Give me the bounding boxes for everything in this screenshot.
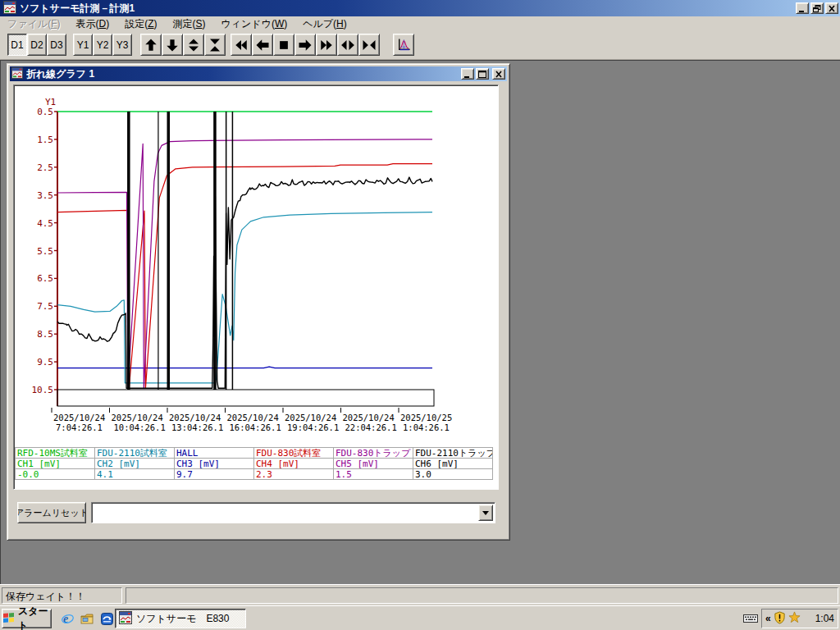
legend-column-ch6: FDU-2110トラップCH6 [mV]3.0 [413, 448, 493, 480]
star-icon[interactable] [788, 611, 801, 626]
legend-channel: CH6 [mV] [413, 459, 493, 469]
legend-channel: CH3 [mV] [175, 459, 254, 469]
trace-ch3 [57, 367, 432, 368]
svg-text:16:04:26.1: 16:04:26.1 [230, 422, 281, 432]
task-button-softthermo[interactable]: ソフトサーモ E830 [115, 609, 246, 628]
expand-vertical-button[interactable] [183, 34, 204, 56]
legend-value: -0.0 [16, 469, 95, 480]
legend-column-ch1: RFD-10MS試料室CH1 [mV]-0.0 [16, 448, 95, 480]
toolbar-button-D1[interactable]: D1 [7, 34, 27, 56]
channel-legend: RFD-10MS試料室CH1 [mV]-0.0FDU-2110試料室CH2 [m… [15, 447, 493, 480]
legend-channel: CH5 [mV] [334, 459, 413, 469]
toolbar-button-Y3[interactable]: Y3 [112, 34, 132, 56]
minimize-button[interactable] [796, 2, 809, 14]
expand-horizontal-button[interactable] [337, 34, 358, 56]
graph-window-title-bar[interactable]: 折れ線グラフ 1 [10, 66, 507, 81]
toolbar-button-D2[interactable]: D2 [27, 34, 47, 56]
collapse-horizontal-button[interactable] [358, 34, 380, 56]
skip-back-button[interactable] [231, 34, 252, 56]
menu-item-0[interactable]: ファイル(F) [2, 16, 66, 33]
start-button[interactable]: スタート [2, 609, 52, 628]
alarm-combo[interactable] [91, 502, 495, 523]
legend-column-ch2: FDU-2110試料室CH2 [mV]4.1 [95, 448, 175, 480]
menu-bar: ファイル(F)表示(D)設定(Z)測定(S)ウィンドウ(W)ヘルプ(H) [0, 16, 840, 31]
task-button-label: ソフトサーモ E830 [136, 612, 229, 626]
chart-settings-button[interactable] [393, 34, 414, 56]
down-arrow-icon [165, 38, 180, 52]
svg-text:2025/10/25: 2025/10/25 [400, 413, 452, 422]
legend-column-ch4: FDU-830試料室CH4 [mV]2.3 [254, 448, 334, 480]
status-secondary-panel [126, 587, 838, 604]
status-bar: 保存ウェイト！！ [0, 584, 840, 605]
trace-ch5 [57, 139, 432, 389]
status-message: 保存ウェイト！！ [6, 591, 85, 602]
step-left-button[interactable] [252, 34, 273, 56]
menu-item-3[interactable]: 測定(S) [167, 16, 211, 33]
restore-button[interactable] [810, 2, 824, 14]
graph-window-icon [11, 67, 23, 81]
keyboard-icon[interactable] [743, 613, 758, 626]
trace-ch6 [57, 177, 432, 388]
x-axis: 2025/10/247:04:26.12025/10/2410:04:26.12… [52, 408, 452, 432]
svg-text:19:04:26.1: 19:04:26.1 [287, 422, 339, 432]
tray-chevron-icon[interactable]: « [765, 613, 771, 624]
svg-text:2.5: 2.5 [37, 162, 53, 173]
caret-down-icon [482, 511, 489, 515]
legend-sensor-name: RFD-10MS試料室 [16, 448, 95, 459]
toolbar-button-Y1[interactable]: Y1 [73, 34, 93, 56]
collapse-vertical-icon [208, 38, 222, 52]
stop-button[interactable] [273, 34, 294, 56]
legend-channel: CH1 [mV] [16, 459, 95, 469]
alarm-reset-button[interactable]: アラームリセット [17, 502, 86, 523]
close-button[interactable] [825, 2, 838, 14]
graph-minimize-button[interactable] [461, 68, 474, 80]
folder-icon[interactable] [80, 612, 94, 626]
menu-item-1[interactable]: 表示(D) [70, 16, 115, 33]
legend-value: 1.5 [334, 469, 413, 480]
taskbar-clock[interactable]: 1:04 [815, 613, 834, 624]
menu-item-4[interactable]: ウィンドウ(W) [216, 16, 294, 33]
legend-value: 9.7 [175, 469, 254, 480]
svg-text:1.5: 1.5 [37, 135, 53, 145]
toolbar-button-Y2[interactable]: Y2 [93, 34, 112, 56]
toolbar: D1D2D3Y1Y2Y3 [0, 31, 840, 60]
step-right-button[interactable] [294, 34, 316, 56]
expand-vertical-icon [186, 38, 201, 52]
internet-explorer-icon[interactable]: e [61, 612, 75, 626]
graph-maximize-button[interactable] [476, 68, 489, 80]
up-arrow-button[interactable] [140, 34, 162, 56]
skip-forward-button[interactable] [316, 34, 337, 56]
skip-forward-icon [319, 38, 334, 52]
app-icon [3, 1, 16, 16]
chart-traces [57, 112, 432, 389]
start-label: スタート [18, 605, 51, 630]
down-arrow-button[interactable] [162, 34, 183, 56]
svg-text:2025/10/24: 2025/10/24 [285, 413, 336, 422]
svg-text:1:04:26.1: 1:04:26.1 [403, 422, 450, 432]
taskbar: スタート e ソフトサーモ E830 « 1 [0, 605, 840, 630]
svg-text:2025/10/24: 2025/10/24 [112, 413, 163, 422]
expand-horizontal-icon [340, 38, 355, 52]
collapse-vertical-button[interactable] [204, 34, 226, 56]
chart-settings-icon [396, 38, 411, 52]
windows-logo-icon [2, 612, 16, 626]
menu-item-2[interactable]: 設定(Z) [119, 16, 162, 33]
task-app-icon [119, 611, 132, 627]
chart-panel: Y10.51.52.53.54.55.56.57.58.59.510.52025… [13, 84, 499, 490]
outlook-express-icon[interactable] [100, 612, 114, 626]
combo-dropdown-button[interactable] [478, 504, 493, 521]
stop-icon [276, 38, 291, 52]
skip-back-icon [234, 38, 249, 52]
svg-text:4.5: 4.5 [37, 218, 53, 229]
legend-value: 2.3 [254, 469, 334, 480]
security-shield-icon[interactable] [774, 611, 786, 627]
step-left-icon [255, 38, 270, 52]
combo-value [95, 506, 475, 519]
trace-ch2 [57, 212, 432, 383]
toolbar-button-D3[interactable]: D3 [47, 34, 66, 56]
menu-item-5[interactable]: ヘルプ(H) [297, 16, 353, 33]
legend-sensor-name: FDU-830トラップ [334, 448, 413, 459]
graph-close-button[interactable] [492, 68, 505, 80]
main-window-title: ソフトサーモ計測－計測1 [20, 2, 796, 16]
svg-text:2025/10/24: 2025/10/24 [53, 413, 105, 422]
